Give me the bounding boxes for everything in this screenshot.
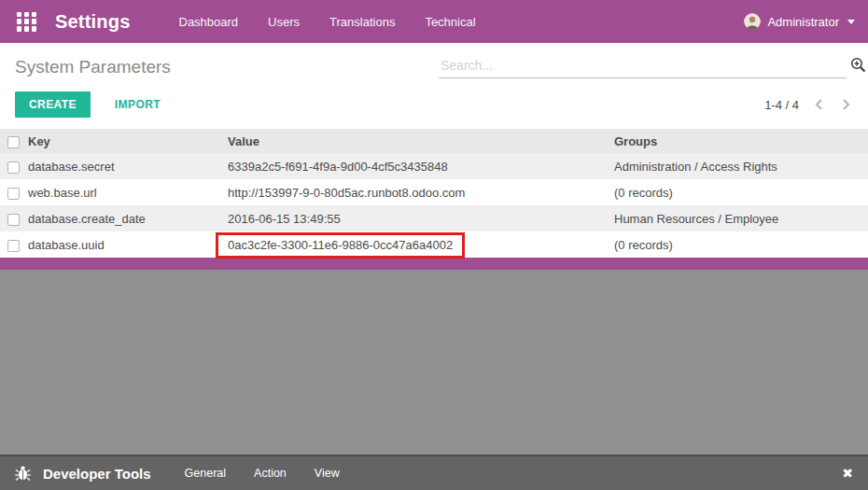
main-content: System Parameters CREATE IMPORT 1-4 / 4 [0,43,868,258]
bug-icon [15,465,31,482]
brand-strip [0,258,868,270]
user-name: Administrator [767,15,839,29]
devtools-menu: General Action View [185,467,340,480]
cell-key: database.secret [28,153,228,179]
cell-key: database.create_date [28,205,228,231]
row-checkbox[interactable] [7,161,20,174]
search-zoom-icon[interactable] [850,57,866,78]
developer-tools-bar: Developer Tools General Action View ✖ [0,455,868,490]
cell-value: 6339a2c5-f691-4f9a-9d00-4cf5c3435848 [228,153,614,179]
cell-key: web.base.url [28,179,228,205]
close-icon[interactable]: ✖ [842,467,853,480]
menu-item-dashboard[interactable]: Dashboard [179,15,239,29]
cell-key: database.uuid [28,231,228,258]
chevron-down-icon [847,20,855,24]
top-menu: Dashboard Users Translations Technical [179,15,476,29]
menu-item-technical[interactable]: Technical [425,15,475,29]
pager-range: 1-4 / 4 [764,98,799,112]
cell-groups: Human Resources / Employee [614,205,868,231]
column-header-groups[interactable]: Groups [614,129,868,153]
table-row[interactable]: web.base.url http://153997-9-0-80d5ac.ru… [0,179,868,205]
user-menu[interactable]: Administrator [744,13,855,30]
table-row[interactable]: database.secret 6339a2c5-f691-4f9a-9d00-… [0,153,868,179]
top-navbar: Settings Dashboard Users Translations Te… [0,0,868,43]
row-checkbox[interactable] [7,214,20,226]
search-input[interactable] [439,54,847,78]
pager-next-button[interactable] [839,96,853,113]
cell-groups: (0 records) [614,179,868,205]
page-title: System Parameters [15,57,171,77]
apps-grid-icon[interactable] [17,12,36,32]
cell-value: 2016-06-15 13:49:55 [228,205,614,231]
table-header-row: Key Value Groups [0,129,868,153]
menu-item-translations[interactable]: Translations [329,15,395,29]
cell-groups: (0 records) [614,231,868,258]
devtools-menu-action[interactable]: Action [254,467,287,480]
pager-previous-button[interactable] [812,96,826,113]
import-button[interactable]: IMPORT [115,98,161,111]
pager: 1-4 / 4 [764,96,853,113]
avatar [744,13,761,30]
devtools-title: Developer Tools [43,466,151,482]
column-header-value[interactable]: Value [228,129,614,153]
control-panel-head: System Parameters [0,43,868,82]
table-row[interactable]: database.create_date 2016-06-15 13:49:55… [0,205,868,231]
select-all-checkbox[interactable] [7,136,20,148]
row-checkbox[interactable] [7,188,20,200]
create-button[interactable]: CREATE [15,91,91,118]
highlight-box: 0ac3c2fe-3300-11e6-9886-0cc47a6a4002 [216,232,465,259]
menu-item-users[interactable]: Users [268,15,300,29]
search-bar [439,54,866,78]
cell-value: http://153997-9-0-80d5ac.runbot8.odoo.co… [228,179,614,205]
devtools-menu-general[interactable]: General [185,467,226,480]
list-controls: CREATE IMPORT 1-4 / 4 [0,82,868,129]
cell-value: 0ac3c2fe-3300-11e6-9886-0cc47a6a4002 [228,231,614,258]
row-checkbox[interactable] [7,240,20,252]
column-header-key[interactable]: Key [28,129,228,153]
devtools-menu-view[interactable]: View [315,467,340,480]
cell-groups: Administration / Access Rights [614,153,868,179]
system-parameters-table: Key Value Groups database.secret 6339a2c… [0,129,868,258]
app-title[interactable]: Settings [55,11,131,33]
background-canvas [0,270,868,455]
table-row[interactable]: database.uuid 0ac3c2fe-3300-11e6-9886-0c… [0,231,868,258]
